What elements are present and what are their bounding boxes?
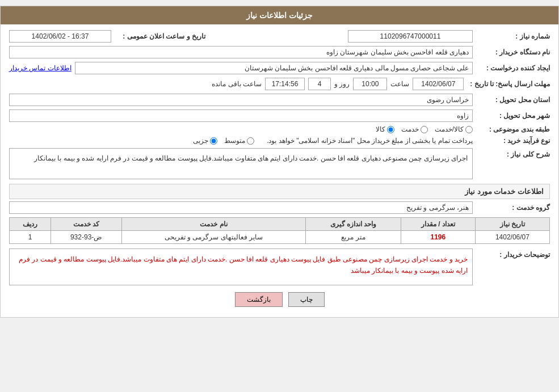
col-quantity: تعداد / مقدار: [401, 218, 475, 231]
cell-date: 1402/06/07: [475, 231, 549, 244]
back-button[interactable]: بازگشت: [235, 292, 283, 307]
city-input: زاوه: [9, 109, 473, 122]
col-date: تاریخ نیاز: [475, 218, 549, 231]
content-area: شماره نیاز : 1102096747000011 تاریخ و سا…: [1, 24, 558, 317]
cell-unit: متر مربع: [305, 231, 401, 244]
buyer-desc-row: توضیحات خریدار : خرید و خدمت اجرای زیرسا…: [9, 248, 550, 285]
deadline-label: مهلت ارسال پاسخ: تا تاریخ :: [467, 80, 550, 88]
contract-desc-text: پرداخت تمام یا بخشی از مبلغ خریداز محل "…: [267, 137, 473, 145]
creator-row: ایجاد کننده درخواست : علی شجاعی حصاری مس…: [9, 62, 550, 74]
need-desc-value: اجرای زیرسازی چمن مصنوعی دهیاری قلعه افا…: [9, 148, 473, 179]
category-label: طبقه بندی موضوعی :: [476, 125, 550, 133]
cell-service-name: سایر فعالیتهای سرگرمی و تفریحی: [122, 231, 306, 244]
buyer-desc-box: خرید و خدمت اجرای زیرسازی چمن مصنوعی طبق…: [9, 248, 473, 285]
deadline-remaining-input: 17:14:56: [265, 78, 305, 90]
creator-text: علی شجاعی حصاری مسول مالی دهیاری قلعه اف…: [75, 62, 473, 74]
need-number-value: 1102096747000011: [209, 30, 473, 43]
col-service-name: نام خدمت: [122, 218, 306, 231]
deadline-time-label: ساعت: [390, 80, 409, 88]
page-title: جزئیات اطلاعات نیاز: [246, 11, 313, 20]
radio-motavasset[interactable]: متوسط: [224, 137, 254, 145]
buyer-org-label: نام دستگاه خریدار :: [476, 48, 550, 56]
contract-type-value: پرداخت تمام یا بخشی از مبلغ خریداز محل "…: [9, 137, 473, 145]
need-desc-box: اجرای زیرسازی چمن مصنوعی دهیاری قلعه افا…: [9, 148, 473, 179]
col-row-num: ردیف: [10, 218, 51, 231]
col-service-code: کد خدمت: [51, 218, 122, 231]
service-table: تاریخ نیاز تعداد / مقدار واحد اندازه گیر…: [9, 217, 550, 244]
creator-value: علی شجاعی حصاری مسول مالی دهیاری قلعه اف…: [9, 62, 473, 74]
creator-label: ایجاد کننده درخواست :: [476, 64, 550, 72]
category-value: کالا/خدمت خدمت کالا: [9, 125, 473, 133]
city-row: شهر محل تحویل : زاوه: [9, 109, 550, 122]
contract-type-label: نوع فرآیند خرید :: [476, 137, 550, 145]
need-desc-label: شرح کلی نیاز :: [476, 148, 550, 158]
service-group-value: هنر، سرگرمی و تفریح: [9, 201, 473, 214]
announce-date-input: 1402/06/02 - 16:37: [9, 30, 111, 43]
deadline-row: مهلت ارسال پاسخ: تا تاریخ : 1402/06/07 س…: [9, 78, 550, 90]
deadline-value: 1402/06/07 ساعت 10:00 روز و 4 17:14:56 س…: [9, 78, 464, 90]
radio-khadamat[interactable]: خدمت: [401, 125, 428, 133]
print-button[interactable]: چاپ: [288, 292, 325, 307]
province-row: استان محل تحویل : خراسان رضوی: [9, 94, 550, 106]
cell-quantity: 1196: [401, 231, 475, 244]
province-input: خراسان رضوی: [9, 94, 473, 106]
category-row: طبقه بندی موضوعی : کالا/خدمت خدمت کالا: [9, 125, 550, 133]
city-label: شهر محل تحویل :: [476, 112, 550, 120]
cell-service-code: ض-93-932: [51, 231, 122, 244]
radio-kala-khadamat[interactable]: کالا/خدمت: [435, 125, 473, 133]
buyer-desc-value: خرید و خدمت اجرای زیرسازی چمن مصنوعی طبق…: [9, 248, 473, 285]
buyer-desc-label: توضیحات خریدار :: [476, 248, 550, 259]
services-section-title: اطلاعات خدمات مورد نیاز: [9, 184, 550, 199]
province-label: استان محل تحویل :: [476, 96, 550, 104]
col-unit: واحد اندازه گیری: [305, 218, 401, 231]
deadline-remaining-label: ساعت باقی مانده: [212, 80, 262, 88]
contract-type-row: نوع فرآیند خرید : پرداخت تمام یا بخشی از…: [9, 137, 550, 145]
table-row: 1402/06/07 1196 متر مربع سایر فعالیتهای …: [10, 231, 550, 244]
buttons-row: چاپ بازگشت: [9, 292, 550, 307]
deadline-day-label: روز و: [334, 80, 350, 88]
service-group-input: هنر، سرگرمی و تفریح: [9, 201, 473, 214]
need-number-input: 1102096747000011: [348, 30, 473, 43]
announce-date-label: تاریخ و ساعت اعلان عمومی :: [115, 32, 205, 40]
service-group-label: گروه خدمت :: [476, 204, 550, 212]
service-group-row: گروه خدمت : هنر، سرگرمی و تفریح: [9, 201, 550, 214]
buyer-org-input: دهیاری قلعه افاحسن بخش سلیمان شهرستان زا…: [9, 46, 473, 58]
need-number-row: شماره نیاز : 1102096747000011 تاریخ و سا…: [9, 30, 550, 43]
province-value: خراسان رضوی: [9, 94, 473, 106]
city-value: زاوه: [9, 109, 473, 122]
page-wrapper: جزئیات اطلاعات نیاز شماره نیاز : 1102096…: [0, 6, 559, 318]
contact-info-link[interactable]: اطلاعات تماس خریدار: [9, 64, 72, 72]
radio-jozii[interactable]: جزیی: [193, 137, 217, 145]
announce-date-value: 1402/06/02 - 16:37: [9, 30, 111, 43]
page-header: جزئیات اطلاعات نیاز: [1, 6, 558, 24]
buyer-org-row: نام دستگاه خریدار : دهیاری قلعه افاحسن ب…: [9, 46, 550, 58]
radio-kala[interactable]: کالا: [376, 125, 394, 133]
deadline-days-input: 4: [308, 78, 331, 90]
deadline-time-input: 10:00: [353, 78, 387, 90]
table-header-row: تاریخ نیاز تعداد / مقدار واحد اندازه گیر…: [10, 218, 550, 231]
cell-row-num: 1: [10, 231, 51, 244]
need-number-label: شماره نیاز :: [476, 32, 550, 40]
need-desc-section: شرح کلی نیاز : اجرای زیرسازی چمن مصنوعی …: [9, 148, 550, 179]
deadline-date-input: 1402/06/07: [413, 78, 464, 90]
buyer-org-value: دهیاری قلعه افاحسن بخش سلیمان شهرستان زا…: [9, 46, 473, 58]
